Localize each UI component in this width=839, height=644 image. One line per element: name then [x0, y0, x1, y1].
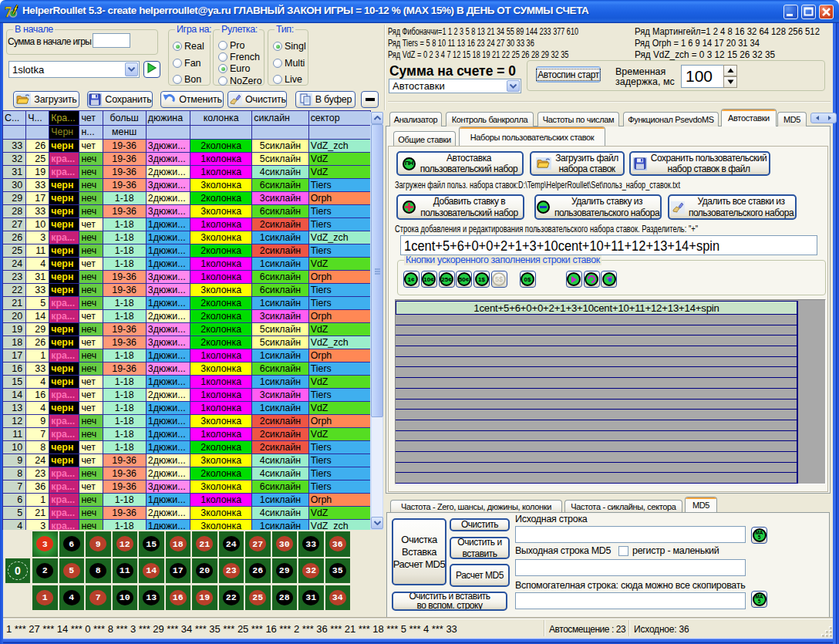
svg-text:7: 7 — [5, 5, 12, 19]
